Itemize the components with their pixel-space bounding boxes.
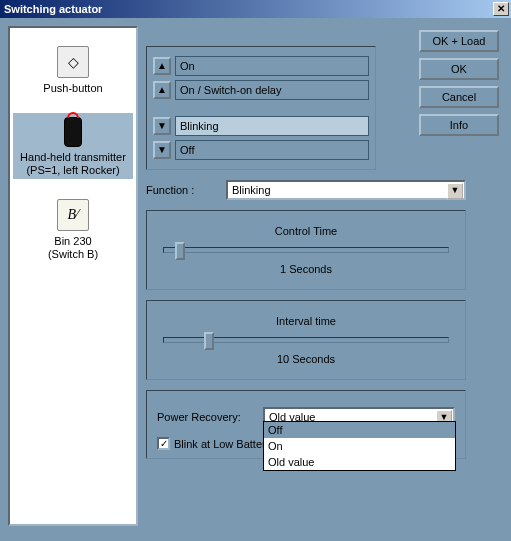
power-recovery-group: Power Recovery: Old value ▼ ✓ Blink at L…	[146, 390, 466, 459]
device-bin-230[interactable]: B⁄ Bin 230 (Switch B)	[13, 195, 133, 263]
arrow-up-icon[interactable]: ▲	[153, 57, 171, 75]
action-row-blinking[interactable]: ▼ Blinking	[153, 115, 369, 137]
interval-time-slider[interactable]	[163, 337, 449, 343]
device-push-button[interactable]: ◇ Push-button	[13, 42, 133, 97]
device-label: Bin 230 (Switch B)	[13, 235, 133, 261]
dialog-buttons: OK + Load OK Cancel Info	[419, 30, 499, 136]
power-recovery-dropdown[interactable]: Off On Old value	[263, 421, 456, 471]
ok-button[interactable]: OK	[419, 58, 499, 80]
power-recovery-label: Power Recovery:	[157, 411, 263, 423]
control-time-title: Control Time	[157, 225, 455, 237]
window-title: Switching actuator	[4, 3, 493, 15]
dropdown-option-off[interactable]: Off	[264, 422, 455, 438]
device-label: Push-button	[13, 82, 133, 95]
action-row-on-delay[interactable]: ▲ On / Switch-on delay	[153, 79, 369, 101]
close-button[interactable]: ✕	[493, 2, 509, 16]
arrow-up-icon[interactable]: ▲	[153, 81, 171, 99]
function-value: Blinking	[232, 184, 271, 196]
cancel-button[interactable]: Cancel	[419, 86, 499, 108]
action-row-label: On / Switch-on delay	[175, 80, 369, 100]
action-row-off[interactable]: ▼ Off	[153, 139, 369, 161]
content-area: ◇ Push-button Hand-held transmitter (PS=…	[0, 18, 511, 541]
function-row: Function : Blinking ▼	[146, 180, 466, 200]
remote-icon	[64, 117, 82, 147]
function-label: Function :	[146, 184, 226, 196]
title-bar: Switching actuator ✕	[0, 0, 511, 18]
dropdown-option-on[interactable]: On	[264, 438, 455, 454]
chevron-down-icon[interactable]: ▼	[447, 183, 463, 199]
bin-icon: B⁄	[57, 199, 89, 231]
interval-time-title: Interval time	[157, 315, 455, 327]
action-row-label: Blinking	[175, 116, 369, 136]
slider-thumb[interactable]	[204, 332, 214, 350]
action-row-on[interactable]: ▲ On	[153, 55, 369, 77]
interval-time-value: 10 Seconds	[157, 353, 455, 365]
device-label: Hand-held transmitter (PS=1, left Rocker…	[13, 151, 133, 177]
arrow-down-icon[interactable]: ▼	[153, 117, 171, 135]
device-hand-held-transmitter[interactable]: Hand-held transmitter (PS=1, left Rocker…	[13, 113, 133, 179]
checkbox-icon[interactable]: ✓	[157, 437, 170, 450]
settings-panel: OK + Load OK Cancel Info ▲ On ▲ On / Swi…	[146, 26, 503, 533]
control-time-group: Control Time 1 Seconds	[146, 210, 466, 290]
control-time-slider[interactable]	[163, 247, 449, 253]
push-button-icon: ◇	[57, 46, 89, 78]
action-row-label: Off	[175, 140, 369, 160]
interval-time-group: Interval time 10 Seconds	[146, 300, 466, 380]
arrow-down-icon[interactable]: ▼	[153, 141, 171, 159]
info-button[interactable]: Info	[419, 114, 499, 136]
device-list: ◇ Push-button Hand-held transmitter (PS=…	[8, 26, 138, 526]
dropdown-option-old-value[interactable]: Old value	[264, 454, 455, 470]
action-row-label: On	[175, 56, 369, 76]
function-combo[interactable]: Blinking ▼	[226, 180, 466, 200]
slider-thumb[interactable]	[175, 242, 185, 260]
control-time-value: 1 Seconds	[157, 263, 455, 275]
action-list-group: ▲ On ▲ On / Switch-on delay ▼ Blinking ▼…	[146, 46, 376, 170]
ok-load-button[interactable]: OK + Load	[419, 30, 499, 52]
